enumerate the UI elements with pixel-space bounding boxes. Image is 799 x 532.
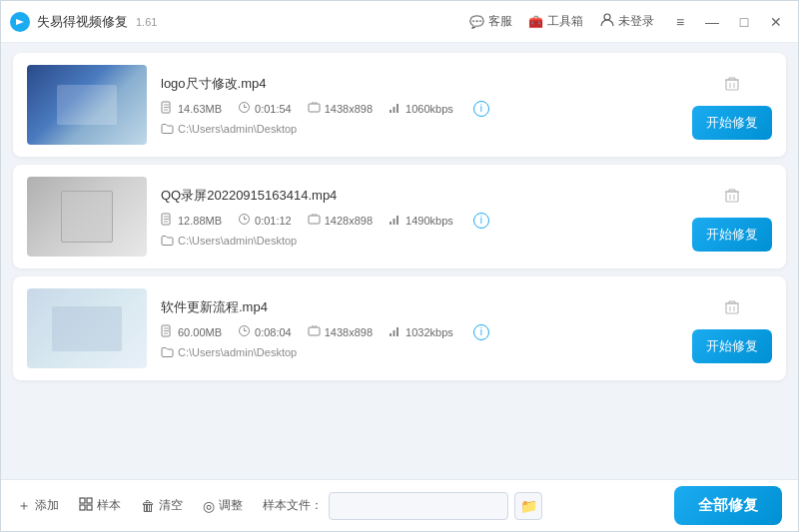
menu-btn[interactable]: ≡ [666,8,694,36]
add-button[interactable]: ＋ 添加 [17,497,59,515]
svg-rect-49 [309,327,320,335]
video-name: 软件更新流程.mp4 [161,298,678,316]
svg-rect-62 [80,498,85,503]
app-title: 失易得视频修复 [37,13,128,31]
bitrate: 1032kbps [389,324,453,340]
bottom-bar: ＋ 添加 样本 🗑 清空 ◎ 调整 样本文件： 📁 全部修复 [1,479,798,531]
video-path: C:\Users\admin\Desktop [161,346,678,359]
delete-button[interactable] [718,182,746,210]
adjust-button[interactable]: ◎ 调整 [203,497,243,514]
sample-file-input[interactable] [329,492,508,520]
delete-button[interactable] [718,293,746,321]
svg-rect-64 [80,505,85,510]
repair-button[interactable]: 开始修复 [692,329,772,363]
info-icon[interactable]: i [473,213,489,229]
clock-icon [238,324,251,340]
duration: 0:01:54 [238,101,292,117]
user-icon [599,12,615,31]
video-card: logo尺寸修改.mp4 14.63MB [13,53,786,157]
bitrate-icon [389,213,401,229]
bitrate: 1060kbps [389,101,453,117]
video-actions: 开始修复 [692,182,772,252]
resolution: 1438x898 [308,324,373,340]
svg-rect-53 [394,330,396,336]
svg-rect-15 [726,80,738,90]
sample-button[interactable]: 样本 [79,497,121,514]
video-info: 软件更新流程.mp4 60.00MB [161,298,678,359]
clock-icon [238,101,251,117]
user-area[interactable]: 未登录 [599,12,654,31]
video-actions: 开始修复 [692,293,772,363]
file-icon [161,213,174,229]
sample-file-area: 样本文件： 📁 [263,492,542,520]
bitrate-icon [389,324,401,340]
file-icon [161,324,174,340]
svg-rect-63 [87,498,92,503]
title-actions: 💬 客服 🧰 工具箱 未登录 [469,12,654,31]
bitrate: 1490kbps [389,213,453,229]
delete-button[interactable] [718,70,746,98]
svg-point-1 [604,14,610,20]
bitrate-icon [389,101,401,117]
folder-path-icon [161,346,174,359]
duration: 0:08:04 [238,324,292,340]
app-logo-icon [9,11,31,33]
video-meta: 14.63MB 0:01:54 [161,101,678,117]
plus-icon: ＋ [17,497,31,515]
svg-rect-55 [726,303,738,313]
app-version: 1.61 [136,16,157,28]
title-bar: 失易得视频修复 1.61 💬 客服 🧰 工具箱 未登录 ≡ — □ ✕ [1,1,798,43]
info-icon[interactable]: i [473,101,489,117]
toolbox-icon: 🧰 [528,15,543,29]
video-path: C:\Users\admin\Desktop [161,123,678,136]
video-card: 软件更新流程.mp4 60.00MB [13,276,786,380]
duration: 0:01:12 [238,213,292,229]
svg-rect-34 [397,216,399,225]
video-info: logo尺寸修改.mp4 14.63MB [161,75,678,136]
svg-rect-32 [390,222,392,225]
file-size: 60.00MB [161,324,222,340]
video-meta: 60.00MB 0:08:04 [161,324,678,340]
resolution: 1428x898 [308,213,373,229]
video-name: logo尺寸修改.mp4 [161,75,678,93]
main-content: logo尺寸修改.mp4 14.63MB [1,43,798,479]
video-name: QQ录屏20220915163414.mp4 [161,187,678,205]
resolution: 1438x898 [308,101,373,117]
file-size: 12.88MB [161,213,222,229]
svg-rect-12 [390,110,392,113]
sample-folder-button[interactable]: 📁 [514,492,542,520]
toolbox-btn[interactable]: 🧰 工具箱 [528,13,583,30]
clock-icon [238,213,251,229]
video-actions: 开始修复 [692,70,772,140]
repair-all-button[interactable]: 全部修复 [674,486,782,525]
close-btn[interactable]: ✕ [762,8,790,36]
svg-rect-13 [394,107,396,113]
folder-icon: 📁 [520,498,537,514]
repair-button[interactable]: 开始修复 [692,106,772,140]
resolution-icon [308,101,321,117]
video-info: QQ录屏20220915163414.mp4 12.88MB [161,187,678,248]
video-thumbnail [27,65,147,145]
folder-path-icon [161,235,174,248]
message-icon: 💬 [469,15,484,29]
folder-path-icon [161,123,174,136]
repair-button[interactable]: 开始修复 [692,218,772,252]
file-size: 14.63MB [161,101,222,117]
info-icon[interactable]: i [473,324,489,340]
video-thumbnail [27,177,147,257]
svg-rect-14 [397,104,399,113]
svg-rect-54 [397,327,399,336]
video-path: C:\Users\admin\Desktop [161,235,678,248]
clear-icon: 🗑 [141,498,155,514]
maximize-btn[interactable]: □ [730,8,758,36]
svg-rect-52 [390,333,392,336]
clear-button[interactable]: 🗑 清空 [141,497,183,514]
app-logo: 失易得视频修复 1.61 [9,11,157,33]
file-icon [161,101,174,117]
svg-rect-65 [87,505,92,510]
minimize-btn[interactable]: — [698,8,726,36]
customer-service-btn[interactable]: 💬 客服 [469,13,512,30]
video-thumbnail [27,288,147,368]
resolution-icon [308,324,321,340]
video-card: QQ录屏20220915163414.mp4 12.88MB [13,165,786,268]
